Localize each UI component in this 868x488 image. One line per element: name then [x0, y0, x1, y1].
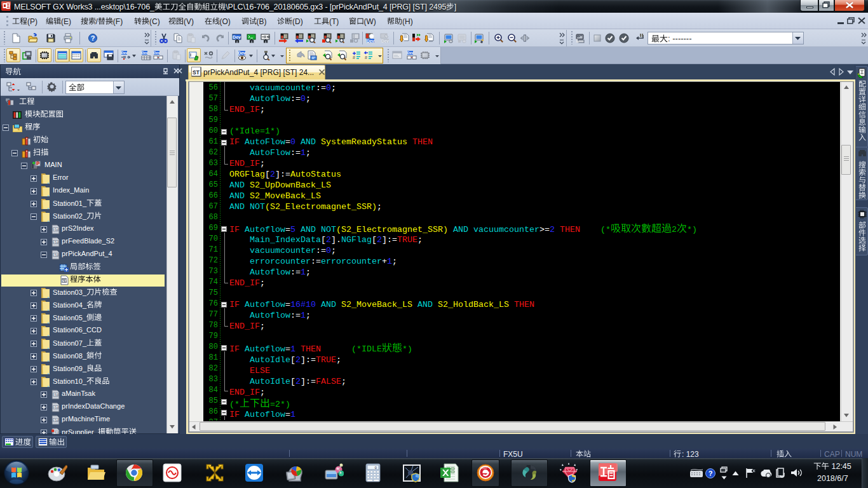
svg-text:#: # [365, 55, 367, 60]
svg-text:0: 0 [374, 466, 377, 470]
svg-text:Dev: Dev [233, 35, 241, 39]
svg-text:Dev: Dev [153, 51, 160, 55]
svg-text:?: ? [709, 470, 713, 477]
svg-text:?: ? [91, 34, 95, 42]
svg-text:Dev: Dev [238, 51, 246, 55]
svg-text:ST: ST [193, 69, 200, 76]
svg-text:Dev: Dev [407, 51, 414, 55]
svg-text:Dev: Dev [367, 39, 374, 43]
svg-text:ST: ST [53, 393, 58, 396]
svg-text:#: # [353, 55, 355, 60]
svg-text:ST: ST [53, 227, 58, 231]
svg-text:ST: ST [53, 240, 58, 244]
svg-text:Dev: Dev [121, 51, 128, 55]
svg-text:ST: ST [53, 418, 58, 422]
svg-text:Dev: Dev [141, 51, 148, 55]
svg-text:ST: ST [53, 405, 58, 409]
svg-text:ST: ST [62, 279, 67, 283]
svg-text:ST: ST [53, 253, 58, 257]
svg-text:Dev: Dev [381, 39, 389, 43]
